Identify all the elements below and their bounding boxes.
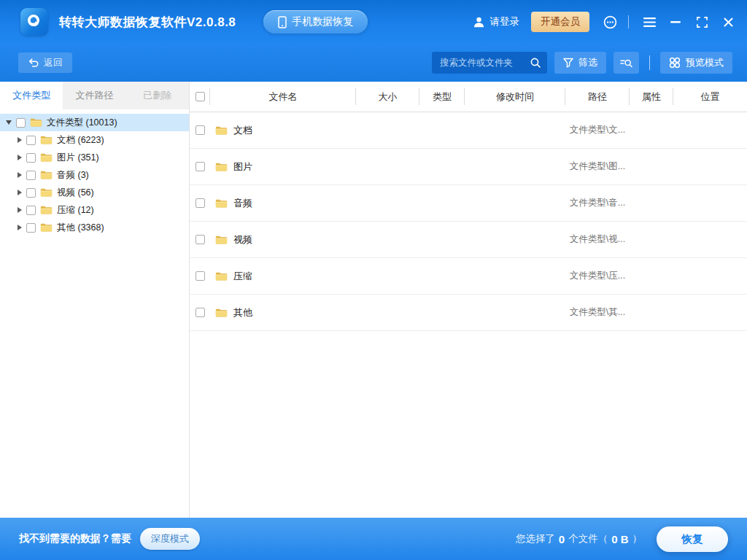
close-button[interactable] — [716, 10, 740, 34]
checkbox[interactable] — [26, 188, 36, 198]
row-checkbox[interactable] — [196, 125, 205, 135]
preview-grid-icon — [669, 57, 681, 69]
folder-icon — [30, 117, 42, 128]
tree-item-other[interactable]: 其他 (3368) — [0, 219, 189, 236]
vip-button[interactable]: 开通会员 — [531, 12, 589, 32]
deep-scan-hint: 找不到需要的数据？需要 — [19, 532, 131, 545]
deep-mode-button[interactable]: 深度模式 — [140, 528, 200, 550]
tree-item-archive[interactable]: 压缩 (12) — [0, 201, 189, 219]
file-name: 其他 — [233, 306, 252, 319]
select-all-checkbox[interactable] — [196, 92, 205, 101]
checkbox[interactable] — [26, 136, 36, 145]
checkbox[interactable] — [26, 171, 36, 180]
file-path: 文件类型\视... — [565, 233, 630, 246]
tab-deleted[interactable]: 已删除 — [126, 82, 189, 109]
recover-button[interactable]: 恢复 — [657, 526, 728, 552]
row-checkbox[interactable] — [196, 198, 205, 208]
back-icon — [28, 58, 39, 68]
search-box[interactable] — [432, 52, 547, 74]
file-path: 文件类型\文... — [565, 124, 630, 136]
tree-item-label: 其他 (3368) — [57, 222, 104, 234]
filter-search-button[interactable] — [614, 52, 639, 74]
tree-item-documents[interactable]: 文档 (6223) — [0, 131, 189, 149]
footer-hint-group: 找不到需要的数据？需要 深度模式 — [19, 528, 200, 550]
preview-mode-label: 预览模式 — [686, 56, 724, 69]
titlebar: 转转大师数据恢复软件V2.0.8.8 手机数据恢复 请登录 — [0, 0, 747, 44]
back-label: 返回 — [44, 56, 63, 69]
folder-icon — [215, 198, 228, 209]
tab-file-type[interactable]: 文件类型 — [0, 82, 63, 109]
expand-caret-icon[interactable] — [18, 172, 22, 178]
table-row[interactable]: 图片 文件类型\图... — [190, 149, 747, 185]
row-checkbox[interactable] — [196, 308, 205, 317]
toolbar-divider — [649, 55, 650, 70]
folder-icon — [215, 162, 228, 172]
phone-recovery-label: 手机数据恢复 — [292, 15, 353, 28]
folder-icon — [215, 125, 228, 136]
footer: 找不到需要的数据？需要 深度模式 您选择了 0 个文件（ 0 B ） 恢复 — [0, 518, 747, 560]
row-checkbox[interactable] — [196, 235, 205, 244]
folder-icon — [215, 271, 228, 281]
folder-icon — [40, 222, 53, 233]
tree-item-label: 文件类型 (10013) — [47, 117, 117, 129]
checkbox[interactable] — [26, 223, 36, 233]
tree-item-video[interactable]: 视频 (56) — [0, 184, 189, 201]
tab-file-path[interactable]: 文件路径 — [63, 82, 125, 109]
file-name: 图片 — [233, 160, 252, 174]
expand-caret-icon[interactable] — [18, 207, 22, 213]
tree-item-images[interactable]: 图片 (351) — [0, 149, 189, 166]
column-header-location: 位置 — [673, 82, 747, 112]
row-checkbox[interactable] — [196, 162, 205, 171]
table-row[interactable]: 其他 文件类型\其... — [190, 295, 747, 331]
selection-suffix: ） — [632, 532, 643, 545]
toolbar: 返回 筛选 — [0, 44, 747, 82]
menu-button[interactable] — [638, 10, 661, 34]
checkbox[interactable] — [26, 153, 36, 163]
preview-mode-button[interactable]: 预览模式 — [660, 52, 732, 74]
row-checkbox[interactable] — [196, 271, 205, 281]
filter-button[interactable]: 筛选 — [554, 52, 606, 74]
folder-icon — [40, 152, 53, 163]
minimize-button[interactable] — [664, 10, 687, 34]
expand-caret-icon[interactable] — [18, 137, 22, 143]
table-row[interactable]: 文档 文件类型\文... — [190, 112, 747, 149]
table-row[interactable]: 音频 文件类型\音... — [190, 185, 747, 222]
file-name: 文档 — [233, 124, 252, 137]
titlebar-controls: 请登录 开通会员 — [473, 10, 740, 34]
selected-count: 0 — [559, 533, 565, 545]
folder-icon — [215, 308, 228, 318]
titlebar-divider — [628, 15, 629, 28]
table-row[interactable]: 压缩 文件类型\压... — [190, 258, 747, 295]
file-name: 压缩 — [233, 270, 252, 283]
back-button[interactable]: 返回 — [18, 52, 72, 73]
file-name: 音频 — [233, 197, 252, 210]
table-row[interactable]: 视频 文件类型\视... — [190, 222, 747, 258]
column-header-filename: 文件名 — [210, 82, 356, 112]
tree-item-audio[interactable]: 音频 (3) — [0, 166, 189, 184]
file-type-tree: 文件类型 (10013) 文档 (6223) 图片 (351) — [0, 109, 189, 236]
tree-item-label: 视频 (56) — [57, 187, 94, 199]
expand-caret-icon[interactable] — [18, 155, 22, 160]
sidebar-tabs: 文件类型 文件路径 已删除 — [0, 82, 189, 109]
expand-caret-icon[interactable] — [18, 225, 22, 230]
file-path: 文件类型\其... — [565, 306, 630, 319]
login-button[interactable]: 请登录 — [473, 15, 520, 28]
file-path: 文件类型\图... — [565, 160, 630, 173]
collapse-caret-icon[interactable] — [6, 120, 12, 125]
tree-item-label: 文档 (6223) — [57, 134, 104, 147]
tree-item-file-type-root[interactable]: 文件类型 (10013) — [0, 114, 189, 131]
folder-icon — [40, 187, 53, 198]
maximize-button[interactable] — [690, 10, 713, 34]
app-window: 转转大师数据恢复软件V2.0.8.8 手机数据恢复 请登录 — [0, 0, 747, 560]
phone-recovery-button[interactable]: 手机数据恢复 — [263, 10, 368, 34]
search-icon[interactable] — [530, 57, 541, 69]
checkbox[interactable] — [16, 118, 26, 128]
folder-icon — [40, 135, 53, 145]
expand-caret-icon[interactable] — [18, 190, 22, 195]
file-table: 文件名 大小 类型 修改时间 路径 属性 位置 文档 文件类型\文... — [190, 82, 747, 518]
column-header-modified: 修改时间 — [465, 82, 565, 112]
file-name: 视频 — [233, 233, 252, 246]
checkbox[interactable] — [26, 206, 36, 215]
customer-service-icon[interactable] — [603, 15, 618, 30]
folder-icon — [40, 170, 53, 180]
